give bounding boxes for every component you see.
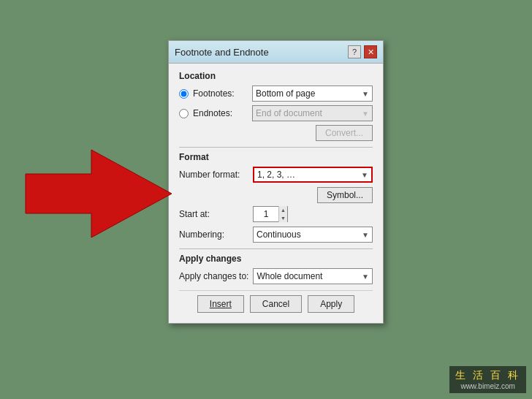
cancel-button[interactable]: Cancel (250, 295, 302, 313)
endnotes-dropdown-text: End of document (256, 108, 362, 118)
numbering-row: Numbering: Continuous ▼ (179, 227, 373, 243)
close-button[interactable]: ✕ (364, 45, 377, 58)
number-format-label: Number format: (179, 170, 248, 180)
separator-2 (179, 248, 373, 249)
red-arrow (18, 146, 172, 241)
footnotes-row: Footnotes: Bottom of page ▼ (179, 86, 373, 102)
footnotes-dropdown[interactable]: Bottom of page ▼ (252, 86, 373, 102)
watermark-chinese: 生 活 百 科 (455, 369, 520, 382)
start-at-spinner[interactable]: 1 ▲ ▼ (253, 206, 288, 222)
footnotes-radio[interactable] (179, 89, 189, 99)
endnotes-dropdown: End of document ▼ (252, 105, 373, 121)
numbering-dropdown[interactable]: Continuous ▼ (253, 227, 373, 243)
footnotes-radio-label: Footnotes: (193, 88, 248, 99)
apply-changes-dropdown[interactable]: Whole document ▼ (253, 268, 373, 284)
bottom-buttons: Insert Cancel Apply (179, 290, 373, 316)
footnotes-dropdown-text: Bottom of page (256, 88, 362, 99)
apply-changes-to-label: Apply changes to: (179, 271, 248, 281)
number-format-dropdown[interactable]: 1, 2, 3, … ▼ (253, 167, 373, 183)
convert-button[interactable]: Convert... (316, 125, 373, 141)
number-format-row: Number format: 1, 2, 3, … ▼ (179, 167, 373, 183)
watermark: 生 活 百 科 www.bimeiz.com (449, 366, 526, 393)
numbering-arrow: ▼ (362, 231, 369, 239)
titlebar-buttons: ? ✕ (348, 45, 377, 58)
spinner-arrows: ▲ ▼ (278, 206, 287, 222)
insert-button[interactable]: Insert (197, 295, 244, 313)
help-button[interactable]: ? (348, 45, 361, 58)
apply-section: Apply changes Apply changes to: Whole do… (179, 254, 373, 284)
symbol-btn-row: Symbol... (179, 187, 373, 203)
number-format-value: 1, 2, 3, … (257, 170, 361, 180)
apply-dropdown-arrow: ▼ (362, 273, 369, 281)
location-label: Location (179, 71, 373, 81)
format-section: Format Number format: 1, 2, 3, … ▼ Symbo… (179, 152, 373, 243)
apply-changes-value: Whole document (256, 271, 362, 281)
svg-marker-0 (26, 150, 172, 238)
start-at-row: Start at: 1 ▲ ▼ (179, 206, 373, 222)
location-section: Location Footnotes: Bottom of page ▼ End… (179, 71, 373, 141)
number-format-arrow: ▼ (361, 171, 368, 179)
endnotes-dropdown-arrow-disabled: ▼ (362, 110, 369, 118)
separator-1 (179, 147, 373, 148)
apply-row: Apply changes to: Whole document ▼ (179, 268, 373, 284)
numbering-label: Numbering: (179, 229, 248, 240)
spinner-down[interactable]: ▼ (279, 214, 287, 222)
dialog-titlebar: Footnote and Endnote ? ✕ (169, 41, 383, 64)
endnotes-row: Endnotes: End of document ▼ (179, 105, 373, 121)
dialog-body: Location Footnotes: Bottom of page ▼ End… (169, 64, 383, 323)
start-at-label: Start at: (179, 209, 248, 219)
start-at-value: 1 (254, 209, 278, 219)
format-label: Format (179, 152, 373, 162)
spinner-up[interactable]: ▲ (279, 206, 287, 214)
footnote-endnote-dialog: Footnote and Endnote ? ✕ Location Footno… (168, 40, 384, 324)
dialog-title: Footnote and Endnote (175, 47, 269, 58)
convert-btn-row: Convert... (179, 125, 373, 141)
footnotes-dropdown-arrow: ▼ (362, 90, 369, 98)
watermark-url: www.bimeiz.com (460, 382, 514, 390)
endnotes-radio-label: Endnotes: (193, 108, 248, 118)
apply-changes-label: Apply changes (179, 254, 373, 264)
numbering-value: Continuous (256, 229, 362, 240)
endnotes-radio[interactable] (179, 109, 189, 118)
apply-button[interactable]: Apply (308, 295, 354, 313)
symbol-button[interactable]: Symbol... (317, 187, 373, 203)
